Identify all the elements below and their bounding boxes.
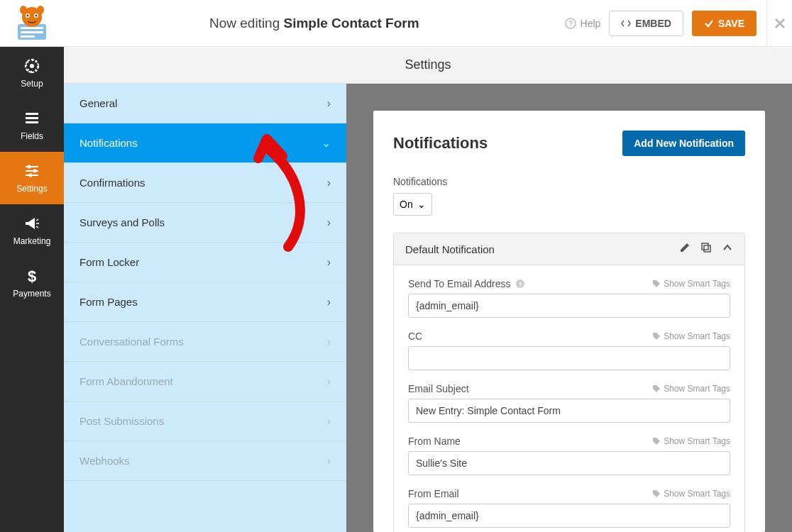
duplicate-icon[interactable] (700, 242, 712, 256)
close-icon (774, 17, 786, 30)
sub-item-formlocker[interactable]: Form Locker › (64, 243, 346, 282)
edit-icon[interactable] (679, 242, 691, 256)
show-smart-tags-link[interactable]: Show Smart Tags (652, 489, 730, 499)
sub-item-abandonment[interactable]: Form Abandonment › (64, 362, 346, 401)
panel-header: Notifications Add New Notification (393, 131, 745, 156)
show-smart-tags-link[interactable]: Show Smart Tags (652, 436, 730, 446)
svg-rect-1 (21, 27, 43, 29)
notification-body: Send To Email Address ? Show Smart Tags … (394, 265, 744, 532)
dollar-icon: $ (23, 267, 40, 284)
bullhorn-icon (23, 215, 40, 232)
svg-point-22 (33, 170, 37, 173)
chevron-right-icon: › (327, 177, 331, 189)
nav-item-fields[interactable]: Fields (0, 99, 64, 152)
notifications-toggle-select[interactable]: On ⌄ (393, 193, 432, 216)
panel-title: Notifications (393, 134, 488, 153)
show-smart-tags-link[interactable]: Show Smart Tags (652, 279, 730, 289)
sub-item-surveys[interactable]: Surveys and Polls › (64, 203, 346, 243)
editing-title: Now editing Simple Contact Form (64, 16, 565, 31)
help-circle-icon[interactable]: ? (515, 279, 525, 289)
svg-point-23 (29, 174, 33, 177)
sub-item-label: Surveys and Polls (79, 216, 165, 228)
sub-item-webhooks[interactable]: Webhooks › (64, 441, 346, 481)
notifications-panel: Notifications Add New Notification Notif… (373, 111, 765, 532)
toggle-label: Notifications (393, 176, 745, 187)
notification-actions (679, 242, 733, 256)
sub-item-label: Confirmations (79, 177, 145, 189)
list-icon (23, 110, 40, 127)
svg-rect-17 (26, 121, 38, 123)
settings-sidebar: General › Notifications ⌄ Confirmations … (64, 84, 346, 532)
nav-item-setup[interactable]: Setup (0, 47, 64, 99)
tag-icon (652, 437, 661, 445)
tag-icon (652, 279, 661, 288)
app-logo (0, 0, 64, 47)
svg-point-13 (30, 64, 34, 68)
chevron-down-icon: ⌄ (321, 136, 331, 150)
sub-item-formpages[interactable]: Form Pages › (64, 282, 346, 322)
svg-text:?: ? (518, 281, 522, 288)
svg-rect-26 (704, 245, 710, 252)
sub-item-postsubmissions[interactable]: Post Submissions › (64, 401, 346, 441)
save-button[interactable]: SAVE (692, 11, 757, 36)
check-icon (704, 18, 714, 28)
tag-icon (652, 384, 661, 393)
show-smart-tags-link[interactable]: Show Smart Tags (652, 331, 730, 341)
editing-prefix: Now editing (209, 16, 284, 31)
field-label: Email Subject (408, 383, 469, 394)
help-label: Help (581, 18, 601, 29)
svg-point-10 (37, 6, 44, 14)
section-title: Settings (405, 57, 451, 72)
sliders-icon (23, 162, 40, 179)
notification-box: Default Notification (393, 233, 745, 532)
chevron-down-icon: ⌄ (417, 199, 426, 210)
chevron-right-icon: › (327, 296, 331, 309)
collapse-icon[interactable] (722, 242, 733, 256)
nav-item-payments[interactable]: $ Payments (0, 257, 64, 309)
embed-button[interactable]: EMBED (609, 11, 683, 36)
chevron-right-icon: › (327, 455, 331, 467)
add-notification-button[interactable]: Add New Notification (622, 131, 745, 156)
left-nav: Setup Fields Settings Marketing $ Paymen… (0, 47, 64, 532)
content-area: Notifications Add New Notification Notif… (346, 84, 792, 532)
field-label: CC (408, 331, 422, 342)
show-smart-tags-link[interactable]: Show Smart Tags (652, 384, 730, 394)
tag-icon (652, 332, 661, 340)
tag-icon (652, 489, 661, 498)
svg-text:?: ? (568, 20, 572, 28)
field-cc: CC Show Smart Tags (408, 331, 730, 370)
nav-item-marketing[interactable]: Marketing (0, 204, 64, 257)
subject-input[interactable] (408, 399, 730, 423)
svg-point-7 (27, 14, 29, 16)
notifications-toggle-block: Notifications On ⌄ (393, 176, 745, 216)
send-to-input[interactable] (408, 294, 730, 318)
form-name: Simple Contact Form (284, 16, 419, 31)
from-email-input[interactable] (408, 504, 730, 528)
sub-item-confirmations[interactable]: Confirmations › (64, 163, 346, 203)
chevron-right-icon: › (327, 256, 331, 269)
notification-name: Default Notification (405, 243, 495, 255)
nav-label: Fields (21, 131, 43, 141)
nav-item-settings[interactable]: Settings (0, 152, 64, 204)
close-button[interactable] (766, 0, 792, 47)
nav-label: Setup (21, 79, 43, 89)
from-name-input[interactable] (408, 451, 730, 475)
svg-rect-15 (26, 113, 38, 115)
wpforms-logo-icon (11, 6, 53, 41)
help-link[interactable]: ? Help (565, 18, 601, 29)
sub-item-label: Form Locker (79, 256, 139, 268)
svg-rect-25 (702, 243, 708, 250)
chevron-right-icon: › (327, 375, 331, 388)
save-label: SAVE (718, 18, 744, 29)
sub-item-notifications[interactable]: Notifications ⌄ (64, 123, 346, 163)
section-header: Settings (64, 47, 792, 84)
cc-input[interactable] (408, 346, 730, 370)
field-subject: Email Subject Show Smart Tags (408, 383, 730, 423)
svg-point-9 (20, 6, 27, 14)
sub-item-label: Form Abandonment (79, 375, 173, 387)
sub-item-label: Notifications (79, 137, 138, 149)
sub-item-general[interactable]: General › (64, 84, 346, 123)
code-icon (621, 18, 631, 28)
field-label: Send To Email Address ? (408, 278, 525, 289)
sub-item-conversational[interactable]: Conversational Forms › (64, 322, 346, 362)
